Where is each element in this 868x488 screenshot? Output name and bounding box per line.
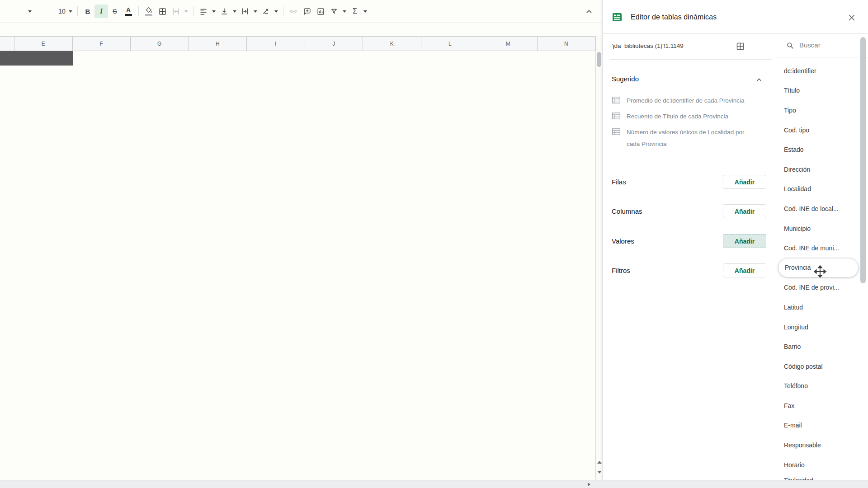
column-header-N[interactable]: N: [538, 37, 596, 51]
add-button-valores[interactable]: Añadir: [723, 234, 766, 248]
scroll-up-arrow-icon[interactable]: [597, 461, 602, 464]
field-item[interactable]: Responsable: [776, 435, 868, 455]
horizontal-align-button[interactable]: [197, 5, 210, 18]
sheet-vertical-scrollbar[interactable]: [595, 36, 602, 480]
field-item-partial[interactable]: Titularidad: [784, 476, 813, 480]
scroll-right-arrow-icon[interactable]: [588, 483, 590, 486]
toolbar: 10 B I S A: [0, 0, 602, 23]
field-list: dc:identifierTítuloTipoCod. tipoEstadoDi…: [776, 57, 868, 474]
field-item[interactable]: Provincia: [776, 258, 868, 278]
filter-button[interactable]: [327, 5, 341, 18]
vertical-align-caret-icon[interactable]: [233, 10, 236, 13]
field-search-row[interactable]: Buscar: [776, 34, 868, 57]
column-header-E[interactable]: E: [14, 37, 73, 51]
field-item[interactable]: Municipio: [776, 219, 868, 239]
font-size-value[interactable]: 10: [57, 8, 67, 15]
bold-button[interactable]: B: [81, 5, 94, 18]
divider: [610, 59, 772, 60]
suggested-item[interactable]: Recuento de Título de cada Provincia: [612, 111, 768, 122]
functions-button[interactable]: Σ: [348, 5, 362, 18]
collapse-suggested-icon[interactable]: [755, 75, 764, 86]
field-item[interactable]: Horario: [776, 455, 868, 475]
field-item[interactable]: E-mail: [776, 416, 868, 436]
merge-cells-caret-icon[interactable]: [184, 10, 188, 13]
merge-cells-button[interactable]: [169, 5, 183, 18]
section-label: Columnas: [612, 204, 642, 218]
selected-header-row[interactable]: [0, 51, 73, 66]
field-item[interactable]: Teléfono: [776, 376, 868, 396]
sheet-vertical-scrollbar-thumb[interactable]: [597, 52, 601, 67]
horizontal-align-caret-icon[interactable]: [212, 10, 216, 13]
text-wrap-button[interactable]: [238, 5, 252, 18]
suggested-item[interactable]: Número de valores únicos de Localidad po…: [612, 127, 768, 150]
field-item-label: Dirección: [784, 166, 810, 173]
column-header-I[interactable]: I: [247, 37, 305, 51]
column-header-G[interactable]: G: [131, 37, 189, 51]
insert-comment-button[interactable]: [300, 5, 314, 18]
field-item-label: dc:identifier: [784, 67, 816, 75]
field-item-label: Cod. INE de local...: [784, 205, 839, 212]
text-color-button[interactable]: A: [122, 5, 135, 18]
section-label: Filtros: [612, 263, 630, 277]
field-item[interactable]: Tipo: [776, 100, 868, 120]
text-rotation-caret-icon[interactable]: [274, 10, 278, 13]
field-item[interactable]: Longitud: [776, 317, 868, 337]
suggested-item[interactable]: Promedio de dc:identifier de cada Provin…: [612, 95, 768, 107]
field-item-label: Localidad: [784, 185, 811, 192]
column-header-stub[interactable]: [0, 37, 14, 51]
field-item[interactable]: Localidad: [776, 179, 868, 199]
section-label: Valores: [612, 234, 634, 248]
field-item-label: E-mail: [784, 422, 802, 429]
column-header-F[interactable]: F: [73, 37, 131, 51]
more-tools-caret-icon[interactable]: [28, 10, 32, 13]
field-item[interactable]: Fax: [776, 396, 868, 416]
column-header-H[interactable]: H: [189, 37, 247, 51]
toolbar-separator: [193, 6, 193, 16]
field-item-label: Título: [784, 87, 800, 94]
column-header-J[interactable]: J: [305, 37, 363, 51]
strikethrough-button[interactable]: S: [108, 5, 122, 18]
functions-caret-icon[interactable]: [363, 10, 367, 13]
field-list-scrollbar-thumb[interactable]: [860, 37, 866, 283]
fill-color-button[interactable]: [142, 5, 156, 18]
insert-link-button[interactable]: [287, 5, 300, 18]
text-rotation-button[interactable]: [259, 5, 273, 18]
field-item[interactable]: Cod. INE de provi...: [776, 278, 868, 298]
field-item[interactable]: Barrio: [776, 337, 868, 357]
scroll-down-arrow-icon[interactable]: [597, 471, 602, 474]
field-item-label: Responsable: [784, 441, 821, 449]
column-header-L[interactable]: L: [421, 37, 480, 51]
field-item-label: Latitud: [784, 304, 803, 311]
field-item[interactable]: Estado: [776, 140, 868, 160]
font-size-caret-icon[interactable]: [69, 10, 72, 13]
bottom-scrollbar-strip[interactable]: [0, 480, 868, 488]
close-panel-button[interactable]: [847, 13, 857, 23]
text-wrap-caret-icon[interactable]: [254, 10, 257, 13]
field-item[interactable]: Cod. INE de local...: [776, 199, 868, 219]
vertical-align-button[interactable]: [217, 5, 231, 18]
field-item[interactable]: Cod. tipo: [776, 120, 868, 140]
pivot-suggestion-icon: [612, 128, 621, 150]
field-item-label: Horario: [784, 461, 805, 469]
insert-chart-button[interactable]: [314, 5, 327, 18]
suggested-item-label: Promedio de dc:identifier de cada Provin…: [627, 95, 745, 107]
column-header-K[interactable]: K: [363, 37, 421, 51]
add-button-filtros[interactable]: Añadir: [723, 263, 766, 277]
field-item[interactable]: Cod. INE de muni...: [776, 238, 868, 258]
field-item[interactable]: dc:identifier: [776, 61, 868, 81]
column-header-M[interactable]: M: [479, 37, 538, 51]
field-item[interactable]: Latitud: [776, 297, 868, 317]
suggested-item-label: Número de valores únicos de Localidad po…: [627, 127, 745, 150]
italic-button[interactable]: I: [94, 5, 108, 18]
field-item[interactable]: Código postal: [776, 357, 868, 376]
collapse-toolbar-button[interactable]: [584, 6, 594, 16]
add-button-columnas[interactable]: Añadir: [723, 204, 766, 218]
add-button-filas[interactable]: Añadir: [723, 175, 766, 189]
borders-button[interactable]: [156, 5, 169, 18]
field-item[interactable]: Título: [776, 81, 868, 101]
field-item[interactable]: Dirección: [776, 160, 868, 179]
toolbar-separator: [283, 6, 283, 16]
filter-caret-icon[interactable]: [343, 10, 346, 13]
column-headers: EFGHIJKLMN: [0, 36, 595, 51]
select-data-range-icon[interactable]: [736, 42, 745, 53]
